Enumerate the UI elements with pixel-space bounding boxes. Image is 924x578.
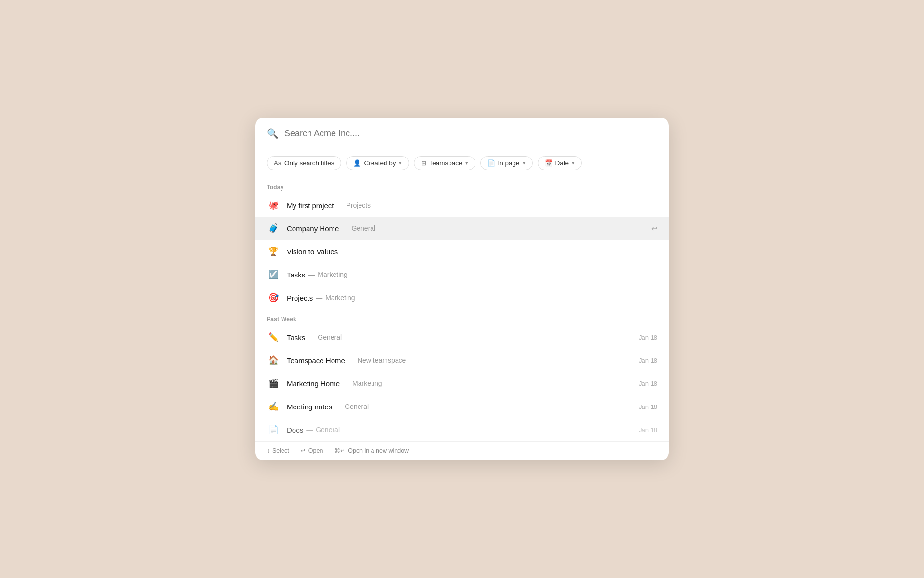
separator: — xyxy=(306,426,313,434)
filters-bar: Aa Only search titles 👤 Created by ▾ ⊞ T… xyxy=(255,149,669,177)
item-date: Jan 18 xyxy=(639,426,657,434)
list-item[interactable]: 📄 Docs — General Jan 18 xyxy=(255,418,669,441)
item-title: Company Home xyxy=(287,224,339,233)
filter-in-page-label: In page xyxy=(498,159,520,167)
item-icon: 🎬 xyxy=(267,377,280,390)
footer-open: ↵ Open xyxy=(301,447,323,454)
filter-in-page[interactable]: 📄 In page ▾ xyxy=(480,156,533,170)
item-icon: 🧳 xyxy=(267,222,280,235)
list-item[interactable]: ✏️ Tasks — General Jan 18 xyxy=(255,326,669,349)
results-list: Today 🐙 My first project — Projects 🧳 Co… xyxy=(255,177,669,441)
page-icon: 📄 xyxy=(488,159,495,167)
person-icon: 👤 xyxy=(353,159,361,167)
list-item[interactable]: 🎬 Marketing Home — Marketing Jan 18 xyxy=(255,372,669,395)
item-text: Docs — General xyxy=(287,426,639,434)
open-label: Open xyxy=(308,447,323,454)
filter-date-label: Date xyxy=(555,159,569,167)
separator: — xyxy=(337,201,344,209)
footer: ↕ Select ↵ Open ⌘↵ Open in a new window xyxy=(255,441,669,460)
separator: — xyxy=(348,356,355,364)
item-title: Meeting notes xyxy=(287,403,332,411)
filter-titles-label: Only search titles xyxy=(284,159,334,167)
item-parent: New teamspace xyxy=(358,356,406,364)
chevron-down-icon: ▾ xyxy=(399,160,402,166)
item-title: Tasks xyxy=(287,271,305,279)
item-parent: Marketing xyxy=(325,294,355,302)
list-item[interactable]: ☑️ Tasks — Marketing xyxy=(255,263,669,286)
item-date: Jan 18 xyxy=(639,380,657,387)
calendar-icon: 📅 xyxy=(545,159,552,167)
filter-created-by[interactable]: 👤 Created by ▾ xyxy=(346,156,409,170)
titles-icon: Aa xyxy=(274,159,282,167)
item-icon: ✏️ xyxy=(267,330,280,344)
separator: — xyxy=(343,380,349,387)
item-title: Projects xyxy=(287,294,313,302)
search-input[interactable] xyxy=(284,129,657,139)
chevron-down-icon-3: ▾ xyxy=(523,160,526,166)
item-title: Marketing Home xyxy=(287,380,340,388)
chevron-down-icon-4: ▾ xyxy=(572,160,575,166)
item-parent: Marketing xyxy=(352,380,382,387)
search-modal: 🔍 Aa Only search titles 👤 Created by ▾ ⊞… xyxy=(255,118,669,460)
item-icon: ✍️ xyxy=(267,400,280,413)
filter-created-by-label: Created by xyxy=(364,159,396,167)
filter-teamspace-label: Teamspace xyxy=(429,159,462,167)
item-icon: 🐙 xyxy=(267,198,280,212)
separator: — xyxy=(335,403,342,410)
footer-open-new-window: ⌘↵ Open in a new window xyxy=(334,447,409,454)
list-item[interactable]: 🏠 Teamspace Home — New teamspace Jan 18 xyxy=(255,349,669,372)
new-window-label: Open in a new window xyxy=(348,447,409,454)
item-parent: General xyxy=(316,426,340,434)
item-title: Vision to Values xyxy=(287,248,338,256)
filter-date[interactable]: 📅 Date ▾ xyxy=(538,156,582,170)
item-text: Vision to Values xyxy=(287,248,657,256)
list-item[interactable]: 🏆 Vision to Values xyxy=(255,240,669,263)
list-item[interactable]: 🎯 Projects — Marketing xyxy=(255,286,669,309)
select-key: ↕ xyxy=(267,447,270,454)
item-text: Marketing Home — Marketing xyxy=(287,380,639,388)
separator: — xyxy=(308,271,315,278)
section-today: Today xyxy=(255,177,669,194)
chevron-down-icon-2: ▾ xyxy=(465,160,468,166)
section-past-week: Past Week xyxy=(255,309,669,326)
item-icon: 📄 xyxy=(267,423,280,436)
list-item[interactable]: 🐙 My first project — Projects xyxy=(255,194,669,217)
item-title: My first project xyxy=(287,201,334,210)
separator: — xyxy=(342,224,348,232)
item-parent: General xyxy=(318,333,342,341)
item-text: Projects — Marketing xyxy=(287,294,657,302)
item-icon: 🏠 xyxy=(267,354,280,367)
teamspace-icon: ⊞ xyxy=(421,159,426,167)
item-text: Teamspace Home — New teamspace xyxy=(287,356,639,365)
list-item[interactable]: 🧳 Company Home — General ↩ xyxy=(255,217,669,240)
list-item[interactable]: ✍️ Meeting notes — General Jan 18 xyxy=(255,395,669,418)
separator: — xyxy=(308,333,315,341)
item-parent: General xyxy=(345,403,369,410)
item-date: Jan 18 xyxy=(639,403,657,410)
item-parent: Marketing xyxy=(318,271,347,278)
search-bar: 🔍 xyxy=(255,118,669,149)
select-label: Select xyxy=(272,447,289,454)
separator: — xyxy=(316,294,322,302)
new-window-key: ⌘↵ xyxy=(334,447,345,454)
filter-only-titles[interactable]: Aa Only search titles xyxy=(267,156,341,170)
item-date: Jan 18 xyxy=(639,334,657,341)
footer-select: ↕ Select xyxy=(267,447,289,454)
item-text: Tasks — General xyxy=(287,333,639,342)
item-icon: 🎯 xyxy=(267,291,280,304)
filter-teamspace[interactable]: ⊞ Teamspace ▾ xyxy=(414,156,475,170)
enter-icon: ↩ xyxy=(651,224,657,233)
item-parent: Projects xyxy=(346,201,371,209)
search-icon: 🔍 xyxy=(267,128,279,139)
item-parent: General xyxy=(351,224,375,232)
item-title: Teamspace Home xyxy=(287,356,345,365)
item-title: Tasks xyxy=(287,333,305,342)
item-text: My first project — Projects xyxy=(287,201,657,210)
item-text: Company Home — General xyxy=(287,224,651,233)
item-icon: 🏆 xyxy=(267,245,280,258)
item-title: Docs xyxy=(287,426,303,434)
item-text: Meeting notes — General xyxy=(287,403,639,411)
item-date: Jan 18 xyxy=(639,357,657,364)
item-icon: ☑️ xyxy=(267,268,280,281)
open-key: ↵ xyxy=(301,447,306,454)
